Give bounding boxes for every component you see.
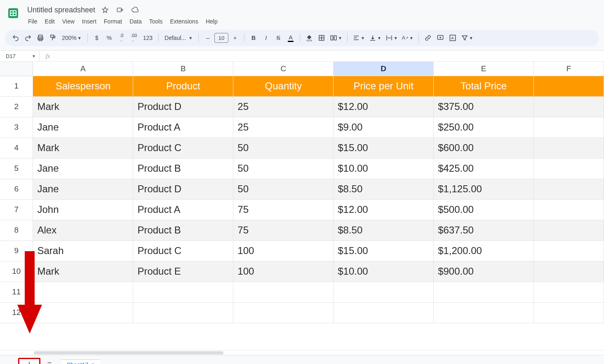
column-header-D[interactable]: D (334, 62, 434, 76)
cell-D6[interactable]: $8.50 (334, 179, 434, 199)
cell-A11[interactable] (33, 282, 133, 302)
row-header-12[interactable]: 12 (0, 302, 33, 323)
currency-button[interactable]: $ (91, 32, 103, 44)
undo-button[interactable] (10, 32, 21, 44)
star-icon[interactable] (101, 6, 109, 14)
cell-E3[interactable]: $250.00 (434, 117, 534, 138)
cell-B12[interactable] (133, 302, 233, 323)
paint-format-button[interactable] (47, 32, 59, 44)
cell-E4[interactable]: $600.00 (434, 138, 534, 158)
column-header-C[interactable]: C (233, 62, 334, 76)
cell-C3[interactable]: 25 (233, 117, 334, 138)
cell-F11[interactable] (534, 282, 604, 302)
document-title[interactable]: Untitled spreadsheet (25, 5, 98, 15)
cell-A4[interactable]: Mark (33, 138, 133, 158)
cell-C4[interactable]: 50 (233, 138, 334, 158)
cell-B1[interactable]: Product (133, 76, 233, 96)
menu-data[interactable]: Data (126, 16, 145, 26)
cell-F12[interactable] (534, 302, 604, 323)
cell-E1[interactable]: Total Price (434, 76, 534, 96)
horizontal-align-button[interactable]: ▼ (351, 32, 367, 44)
font-dropdown[interactable]: Defaul...▼ (162, 32, 195, 44)
cell-F3[interactable] (534, 117, 604, 138)
row-header-4[interactable]: 4 (0, 138, 33, 158)
cell-A1[interactable]: Salesperson (33, 76, 133, 96)
move-icon[interactable] (116, 6, 124, 14)
italic-button[interactable]: I (260, 32, 272, 44)
row-header-3[interactable]: 3 (0, 117, 33, 138)
column-header-E[interactable]: E (434, 62, 534, 76)
cell-B8[interactable]: Product B (133, 220, 233, 240)
menu-format[interactable]: Format (101, 16, 125, 26)
menu-extensions[interactable]: Extensions (167, 16, 201, 26)
merge-cells-button[interactable]: ▼ (328, 32, 344, 44)
cell-E6[interactable]: $1,125.00 (434, 179, 534, 199)
add-sheet-button[interactable]: + (18, 358, 40, 364)
cell-A8[interactable]: Alex (33, 220, 133, 240)
cell-D11[interactable] (334, 282, 434, 302)
row-header-8[interactable]: 8 (0, 220, 33, 240)
cell-C11[interactable] (233, 282, 334, 302)
cell-B9[interactable]: Product C (133, 240, 233, 261)
filter-button[interactable]: ▼ (459, 32, 475, 44)
insert-link-button[interactable] (422, 32, 434, 44)
cell-D5[interactable]: $10.00 (334, 158, 434, 179)
print-button[interactable] (35, 32, 46, 44)
cell-B4[interactable]: Product C (133, 138, 233, 158)
menu-edit[interactable]: Edit (42, 16, 58, 26)
cell-A3[interactable]: Jane (33, 117, 133, 138)
cell-B2[interactable]: Product D (133, 96, 233, 117)
cell-C12[interactable] (233, 302, 334, 323)
text-color-button[interactable]: A (285, 32, 296, 44)
borders-button[interactable] (316, 32, 327, 44)
name-box[interactable]: D17▼ (0, 51, 40, 61)
horizontal-scrollbar[interactable] (0, 350, 604, 355)
cell-A6[interactable]: Jane (33, 179, 133, 199)
menu-file[interactable]: File (25, 16, 41, 26)
cell-E5[interactable]: $425.00 (434, 158, 534, 179)
percent-button[interactable]: % (103, 32, 115, 44)
cell-F9[interactable] (534, 240, 604, 261)
cell-F5[interactable] (534, 158, 604, 179)
font-size-input[interactable]: 10 (214, 33, 228, 43)
cell-B3[interactable]: Product A (133, 117, 233, 138)
cell-E12[interactable] (434, 302, 534, 323)
decrease-font-size-button[interactable]: – (202, 32, 214, 44)
cell-B11[interactable] (133, 282, 233, 302)
all-sheets-button[interactable]: ≡ (43, 358, 56, 364)
cell-E8[interactable]: $637.50 (434, 220, 534, 240)
row-header-5[interactable]: 5 (0, 158, 33, 179)
zoom-dropdown[interactable]: 200%▼ (59, 32, 84, 44)
row-header-1[interactable]: 1 (0, 76, 33, 96)
cell-C9[interactable]: 100 (233, 240, 334, 261)
menu-insert[interactable]: Insert (79, 16, 100, 26)
decrease-decimal-button[interactable]: .0← (116, 32, 127, 44)
cell-C7[interactable]: 75 (233, 199, 334, 220)
cell-F10[interactable] (534, 261, 604, 282)
menu-view[interactable]: View (59, 16, 78, 26)
cell-D7[interactable]: $12.00 (334, 199, 434, 220)
cell-C5[interactable]: 50 (233, 158, 334, 179)
cell-A12[interactable] (33, 302, 133, 323)
cell-F1[interactable] (534, 76, 604, 96)
cell-E2[interactable]: $375.00 (434, 96, 534, 117)
cell-B10[interactable]: Product E (133, 261, 233, 282)
vertical-align-button[interactable]: ▼ (367, 32, 383, 44)
cell-C10[interactable]: 100 (233, 261, 334, 282)
cell-F7[interactable] (534, 199, 604, 220)
cell-E10[interactable]: $900.00 (434, 261, 534, 282)
row-header-7[interactable]: 7 (0, 199, 33, 220)
column-header-B[interactable]: B (133, 62, 233, 76)
cell-A5[interactable]: Jane (33, 158, 133, 179)
strikethrough-button[interactable]: S (273, 32, 284, 44)
cell-D12[interactable] (334, 302, 434, 323)
menu-help[interactable]: Help (202, 16, 221, 26)
cell-C1[interactable]: Quantity (233, 76, 334, 96)
cell-C6[interactable]: 50 (233, 179, 334, 199)
cell-D9[interactable]: $15.00 (334, 240, 434, 261)
cell-A9[interactable]: Sarah (33, 240, 133, 261)
cell-F2[interactable] (534, 96, 604, 117)
row-header-10[interactable]: 10 (0, 261, 33, 282)
row-header-6[interactable]: 6 (0, 179, 33, 199)
cell-C8[interactable]: 75 (233, 220, 334, 240)
